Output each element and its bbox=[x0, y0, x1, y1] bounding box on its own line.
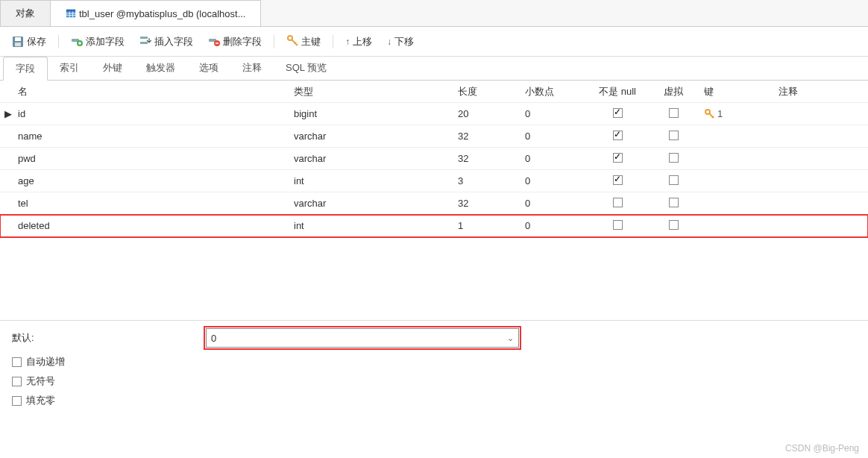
svg-rect-12 bbox=[140, 42, 148, 44]
cell-name[interactable]: id bbox=[13, 108, 289, 119]
table-row[interactable]: ageint30 bbox=[0, 170, 868, 192]
cell-type[interactable]: varchar bbox=[289, 131, 453, 142]
fields-grid: 名 类型 长度 小数点 不是 null 虚拟 键 注释 ▶idbigint200… bbox=[0, 81, 868, 238]
key-icon bbox=[286, 34, 298, 48]
cell-virtual[interactable] bbox=[647, 153, 699, 165]
svg-rect-11 bbox=[140, 37, 148, 39]
table-row[interactable]: ▶idbigint2001 bbox=[0, 103, 868, 125]
cell-not-null[interactable] bbox=[588, 198, 647, 210]
cell-length[interactable]: 3 bbox=[453, 175, 521, 186]
cell-name[interactable]: deleted bbox=[13, 220, 289, 231]
cell-decimals[interactable]: 0 bbox=[521, 108, 588, 119]
svg-rect-1 bbox=[66, 10, 75, 12]
table-row[interactable]: namevarchar320 bbox=[0, 125, 868, 148]
save-button[interactable]: 保存 bbox=[6, 32, 52, 51]
cell-decimals[interactable]: 0 bbox=[521, 153, 588, 164]
cell-name[interactable]: pwd bbox=[13, 153, 289, 164]
add-field-button[interactable]: 添加字段 bbox=[65, 31, 130, 51]
cell-length[interactable]: 32 bbox=[453, 198, 521, 209]
move-up-button[interactable]: ↑上移 bbox=[339, 32, 378, 51]
cell-virtual[interactable] bbox=[647, 175, 699, 187]
move-down-button[interactable]: ↓下移 bbox=[381, 32, 420, 51]
cell-type[interactable]: int bbox=[289, 220, 453, 231]
cell-name[interactable]: age bbox=[13, 175, 289, 186]
table-row[interactable]: deletedint10 bbox=[0, 215, 868, 237]
cell-type[interactable]: bigint bbox=[289, 108, 453, 119]
table-row[interactable]: pwdvarchar320 bbox=[0, 148, 868, 170]
insert-field-button[interactable]: 插入字段 bbox=[133, 31, 199, 51]
tab-sql-preview[interactable]: SQL 预览 bbox=[274, 57, 339, 80]
toolbar: 保存 添加字段 插入字段 删除字段 主键 ↑上移 ↓下移 bbox=[0, 27, 868, 57]
tab-triggers[interactable]: 触发器 bbox=[134, 57, 187, 80]
cell-not-null[interactable] bbox=[588, 131, 647, 142]
default-value-combo[interactable]: 0 ⌄ bbox=[206, 328, 519, 348]
delete-icon bbox=[208, 34, 220, 48]
cell-length[interactable]: 32 bbox=[453, 153, 521, 164]
svg-rect-7 bbox=[15, 37, 21, 41]
auto-increment-checkbox[interactable]: 自动递增 bbox=[12, 355, 856, 368]
cell-decimals[interactable]: 0 bbox=[521, 131, 588, 142]
insert-icon bbox=[139, 34, 151, 48]
cell-key[interactable]: 1 bbox=[699, 108, 774, 120]
cell-length[interactable]: 20 bbox=[453, 108, 521, 119]
tab-foreign-keys[interactable]: 外键 bbox=[91, 57, 134, 80]
cell-length[interactable]: 32 bbox=[453, 131, 521, 142]
cell-not-null[interactable] bbox=[588, 153, 647, 165]
cell-virtual[interactable] bbox=[647, 220, 699, 232]
unsigned-checkbox[interactable]: 无符号 bbox=[12, 374, 856, 388]
top-tabs: 对象 tbl_user @mybatisplus_db (localhost..… bbox=[0, 0, 868, 27]
arrow-up-icon: ↑ bbox=[345, 37, 350, 47]
cell-name[interactable]: tel bbox=[13, 198, 289, 209]
subtabs: 字段 索引 外键 触发器 选项 注释 SQL 预览 bbox=[0, 57, 868, 81]
chevron-down-icon: ⌄ bbox=[507, 333, 514, 343]
cell-decimals[interactable]: 0 bbox=[521, 198, 588, 209]
col-decimals[interactable]: 小数点 bbox=[521, 85, 588, 98]
cell-virtual[interactable] bbox=[647, 108, 699, 120]
svg-rect-8 bbox=[15, 43, 21, 46]
cell-type[interactable]: varchar bbox=[289, 198, 453, 209]
cell-decimals[interactable]: 0 bbox=[521, 220, 588, 231]
table-icon bbox=[66, 8, 76, 19]
col-length[interactable]: 长度 bbox=[453, 85, 521, 98]
cell-name[interactable]: name bbox=[13, 131, 289, 142]
default-label: 默认: bbox=[12, 331, 206, 345]
col-name[interactable]: 名 bbox=[13, 85, 289, 98]
zerofill-checkbox[interactable]: 填充零 bbox=[12, 394, 856, 407]
cell-type[interactable]: int bbox=[289, 175, 453, 186]
save-icon bbox=[12, 36, 24, 48]
primary-key-button[interactable]: 主键 bbox=[280, 31, 327, 51]
cell-virtual[interactable] bbox=[647, 131, 699, 142]
cell-not-null[interactable] bbox=[588, 108, 647, 120]
cell-not-null[interactable] bbox=[588, 175, 647, 187]
delete-field-button[interactable]: 删除字段 bbox=[202, 31, 268, 51]
table-row[interactable]: telvarchar320 bbox=[0, 192, 868, 215]
col-comment[interactable]: 注释 bbox=[774, 85, 868, 98]
cell-length[interactable]: 1 bbox=[453, 220, 521, 231]
arrow-down-icon: ↓ bbox=[387, 37, 391, 47]
cell-not-null[interactable] bbox=[588, 220, 647, 232]
tab-comment[interactable]: 注释 bbox=[230, 57, 274, 80]
col-virtual[interactable]: 虚拟 bbox=[647, 85, 699, 98]
tab-options[interactable]: 选项 bbox=[187, 57, 230, 80]
grid-header: 名 类型 长度 小数点 不是 null 虚拟 键 注释 bbox=[0, 81, 868, 103]
add-icon bbox=[71, 34, 83, 48]
col-type[interactable]: 类型 bbox=[289, 85, 453, 98]
col-key[interactable]: 键 bbox=[699, 85, 774, 98]
tab-indexes[interactable]: 索引 bbox=[48, 57, 91, 80]
tab-table-editor[interactable]: tbl_user @mybatisplus_db (localhost... bbox=[50, 0, 261, 26]
cell-decimals[interactable]: 0 bbox=[521, 175, 588, 186]
cell-type[interactable]: varchar bbox=[289, 153, 453, 164]
tab-fields[interactable]: 字段 bbox=[3, 57, 48, 81]
row-marker: ▶ bbox=[0, 108, 13, 119]
tab-objects[interactable]: 对象 bbox=[0, 0, 51, 26]
cell-virtual[interactable] bbox=[647, 198, 699, 210]
col-not-null[interactable]: 不是 null bbox=[588, 85, 647, 98]
field-properties: 默认: 0 ⌄ 自动递增 无符号 填充零 bbox=[0, 320, 868, 421]
